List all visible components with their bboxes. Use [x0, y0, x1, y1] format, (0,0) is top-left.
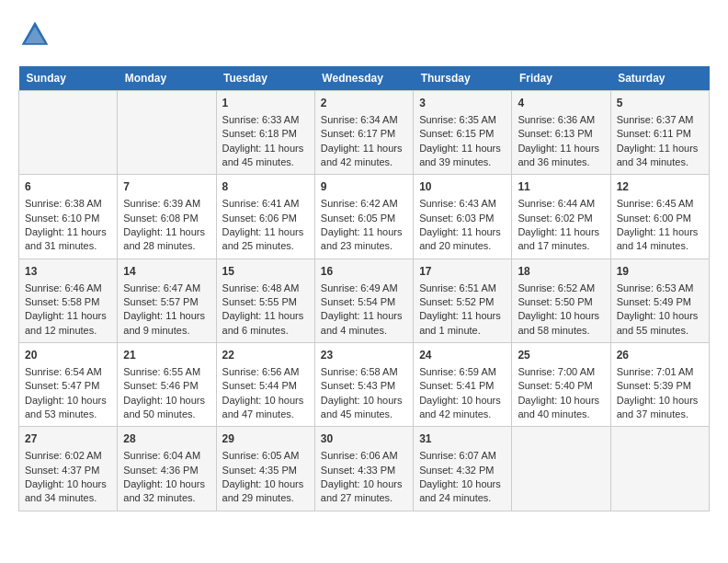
day-info: Sunrise: 6:36 AM	[518, 113, 604, 127]
day-info: Sunset: 4:37 PM	[25, 464, 111, 477]
day-info: Sunrise: 6:44 AM	[518, 197, 604, 211]
calendar-week-row: 20Sunrise: 6:54 AMSunset: 5:47 PMDayligh…	[19, 343, 710, 427]
day-info: Daylight: 11 hours and 28 minutes.	[123, 225, 210, 254]
day-info: Sunrise: 6:06 AM	[321, 449, 407, 463]
day-info: Daylight: 10 hours and 32 minutes.	[123, 477, 210, 506]
day-info: Daylight: 11 hours and 25 minutes.	[222, 225, 309, 254]
day-header-saturday: Saturday	[610, 66, 709, 91]
day-info: Daylight: 10 hours and 34 minutes.	[25, 477, 111, 506]
day-info: Sunrise: 6:52 AM	[518, 282, 604, 295]
logo	[18, 18, 57, 52]
day-info: Sunset: 6:06 PM	[222, 212, 309, 225]
day-info: Sunset: 5:58 PM	[25, 295, 111, 309]
day-info: Daylight: 11 hours and 17 minutes.	[518, 225, 604, 254]
calendar-cell: 22Sunrise: 6:56 AMSunset: 5:44 PMDayligh…	[216, 343, 314, 427]
day-info: Daylight: 10 hours and 50 minutes.	[123, 394, 210, 422]
day-info: Daylight: 11 hours and 20 minutes.	[419, 225, 506, 254]
day-info: Sunrise: 6:38 AM	[25, 197, 111, 211]
day-number: 16	[321, 264, 407, 280]
day-info: Sunset: 6:15 PM	[419, 127, 506, 141]
day-info: Sunset: 5:55 PM	[222, 295, 309, 309]
day-info: Sunrise: 6:34 AM	[321, 113, 407, 127]
day-info: Sunset: 4:35 PM	[222, 464, 309, 477]
day-info: Sunrise: 6:05 AM	[222, 449, 309, 463]
day-info: Sunrise: 6:53 AM	[617, 282, 703, 295]
day-info: Sunset: 6:17 PM	[321, 127, 407, 141]
calendar-cell: 17Sunrise: 6:51 AMSunset: 5:52 PMDayligh…	[414, 259, 512, 342]
day-info: Sunrise: 6:33 AM	[222, 113, 309, 127]
day-number: 27	[25, 431, 111, 447]
calendar-cell: 9Sunrise: 6:42 AMSunset: 6:05 PMDaylight…	[314, 175, 413, 259]
calendar-cell: 5Sunrise: 6:37 AMSunset: 6:11 PMDaylight…	[610, 91, 709, 175]
day-number: 23	[321, 348, 407, 363]
calendar-cell	[19, 91, 118, 175]
day-info: Sunset: 6:11 PM	[617, 127, 703, 141]
calendar-cell: 21Sunrise: 6:55 AMSunset: 5:46 PMDayligh…	[118, 343, 216, 427]
day-number: 25	[518, 348, 604, 363]
calendar-cell: 25Sunrise: 7:00 AMSunset: 5:40 PMDayligh…	[512, 343, 610, 427]
day-number: 2	[321, 96, 407, 111]
day-info: Sunrise: 6:41 AM	[222, 197, 309, 211]
day-info: Sunset: 4:33 PM	[321, 464, 407, 477]
calendar-cell: 31Sunrise: 6:07 AMSunset: 4:32 PMDayligh…	[414, 427, 512, 511]
day-info: Daylight: 11 hours and 1 minute.	[419, 309, 506, 338]
day-number: 15	[222, 264, 309, 280]
day-info: Sunset: 6:18 PM	[222, 127, 309, 141]
day-number: 8	[222, 179, 309, 195]
day-info: Sunset: 5:54 PM	[321, 295, 407, 309]
day-info: Sunset: 5:52 PM	[419, 295, 506, 309]
day-info: Sunrise: 6:02 AM	[25, 449, 111, 463]
day-info: Daylight: 11 hours and 45 minutes.	[222, 142, 309, 170]
day-info: Daylight: 10 hours and 53 minutes.	[25, 394, 111, 422]
day-info: Sunrise: 6:46 AM	[25, 282, 111, 295]
calendar-week-row: 13Sunrise: 6:46 AMSunset: 5:58 PMDayligh…	[19, 259, 710, 342]
day-info: Sunrise: 6:49 AM	[321, 282, 407, 295]
day-header-monday: Monday	[118, 66, 216, 91]
day-info: Sunset: 6:08 PM	[123, 212, 210, 225]
calendar-cell: 1Sunrise: 6:33 AMSunset: 6:18 PMDaylight…	[216, 91, 314, 175]
day-info: Daylight: 11 hours and 42 minutes.	[321, 142, 407, 170]
day-info: Sunrise: 6:47 AM	[123, 282, 210, 295]
day-number: 6	[25, 179, 111, 195]
day-number: 18	[518, 264, 604, 280]
day-number: 9	[321, 179, 407, 195]
calendar-cell: 3Sunrise: 6:35 AMSunset: 6:15 PMDaylight…	[414, 91, 512, 175]
day-number: 14	[123, 264, 210, 280]
calendar-cell: 18Sunrise: 6:52 AMSunset: 5:50 PMDayligh…	[512, 259, 610, 342]
day-info: Sunrise: 6:55 AM	[123, 365, 210, 379]
calendar-cell: 12Sunrise: 6:45 AMSunset: 6:00 PMDayligh…	[610, 175, 709, 259]
day-info: Sunrise: 7:00 AM	[518, 365, 604, 379]
logo-icon	[18, 18, 51, 52]
day-info: Daylight: 11 hours and 36 minutes.	[518, 142, 604, 170]
day-info: Daylight: 10 hours and 45 minutes.	[321, 394, 407, 422]
day-header-sunday: Sunday	[19, 66, 118, 91]
calendar-week-row: 6Sunrise: 6:38 AMSunset: 6:10 PMDaylight…	[19, 175, 710, 259]
calendar-table: SundayMondayTuesdayWednesdayThursdayFrid…	[18, 66, 710, 511]
day-header-tuesday: Tuesday	[216, 66, 314, 91]
day-info: Sunset: 6:10 PM	[25, 212, 111, 225]
day-number: 28	[123, 431, 210, 447]
day-info: Sunrise: 6:59 AM	[419, 365, 506, 379]
day-info: Sunset: 5:39 PM	[617, 379, 703, 393]
day-header-wednesday: Wednesday	[314, 66, 413, 91]
calendar-cell	[610, 427, 709, 511]
day-info: Sunset: 5:40 PM	[518, 379, 604, 393]
day-info: Daylight: 10 hours and 55 minutes.	[617, 309, 703, 338]
day-info: Sunrise: 6:43 AM	[419, 197, 506, 211]
calendar-cell: 20Sunrise: 6:54 AMSunset: 5:47 PMDayligh…	[19, 343, 118, 427]
day-info: Daylight: 10 hours and 24 minutes.	[419, 477, 506, 506]
calendar-cell	[118, 91, 216, 175]
calendar-cell: 11Sunrise: 6:44 AMSunset: 6:02 PMDayligh…	[512, 175, 610, 259]
calendar-cell: 19Sunrise: 6:53 AMSunset: 5:49 PMDayligh…	[610, 259, 709, 342]
day-number: 24	[419, 348, 506, 363]
page-header	[18, 18, 710, 52]
day-number: 5	[617, 96, 703, 111]
day-info: Sunrise: 6:45 AM	[617, 197, 703, 211]
day-header-friday: Friday	[512, 66, 610, 91]
day-info: Sunset: 6:02 PM	[518, 212, 604, 225]
calendar-cell: 2Sunrise: 6:34 AMSunset: 6:17 PMDaylight…	[314, 91, 413, 175]
calendar-cell: 30Sunrise: 6:06 AMSunset: 4:33 PMDayligh…	[314, 427, 413, 511]
day-number: 30	[321, 431, 407, 447]
day-number: 12	[617, 179, 703, 195]
day-info: Daylight: 10 hours and 58 minutes.	[518, 309, 604, 338]
